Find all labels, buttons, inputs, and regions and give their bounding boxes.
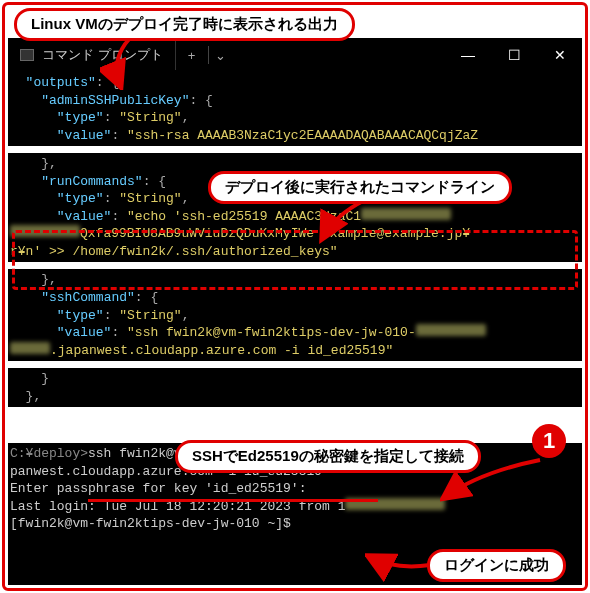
redaction-gap <box>8 361 582 368</box>
json-sshcommand-block: }, "sshCommand": { "type": "String", "va… <box>8 269 582 361</box>
tab-dropdown[interactable]: ⌄ <box>209 48 233 63</box>
close-button[interactable]: ✕ <box>538 40 582 70</box>
annotation-runcommand: デプロイ後に実行されたコマンドライン <box>208 171 512 204</box>
vm-shell-prompt: [fwin2k@vm-fwin2ktips-dev-jw-010 ~]$ <box>10 516 291 531</box>
annotation-deploy-output: Linux VMのデプロイ完了時に表示される出力 <box>14 8 355 41</box>
window-titlebar: コマンド プロンプト + ⌄ — ☐ ✕ <box>8 38 582 72</box>
highlight-ssh-command <box>88 499 378 502</box>
annotation-ssh-key: SSHでEd25519の秘密鍵を指定して接続 <box>175 440 481 473</box>
step-badge-1: 1 <box>532 424 566 458</box>
tab-title: コマンド プロンプト <box>42 46 163 64</box>
tab-command-prompt[interactable]: コマンド プロンプト <box>8 40 176 70</box>
minimize-button[interactable]: — <box>446 40 490 70</box>
json-outputs-block: "outputs": { "adminSSHPublicKey": { "typ… <box>8 72 582 146</box>
maximize-button[interactable]: ☐ <box>492 40 536 70</box>
redaction-gap <box>8 146 582 153</box>
redaction-gap <box>8 407 582 415</box>
annotation-login-success: ログインに成功 <box>427 549 566 582</box>
redaction-gap <box>8 262 582 269</box>
cmd-icon <box>20 49 34 61</box>
new-tab-button[interactable]: + <box>176 48 208 63</box>
terminal-content[interactable]: "outputs": { "adminSSHPublicKey": { "typ… <box>8 72 582 585</box>
json-runcommands-block: }, "runCommands": { "type": "String", "v… <box>8 153 582 262</box>
prompt-path: C:¥deploy> <box>10 446 88 461</box>
json-close-block: } }, <box>8 368 582 407</box>
